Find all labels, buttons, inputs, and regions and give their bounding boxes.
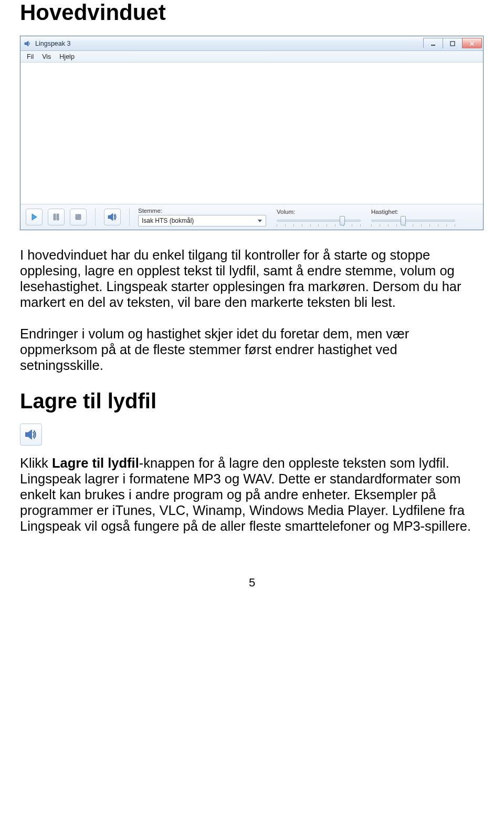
speaker-icon <box>24 39 32 48</box>
svg-rect-4 <box>54 214 56 220</box>
svg-rect-2 <box>450 42 455 46</box>
voice-label: Stemme: <box>138 208 266 214</box>
pause-button[interactable] <box>48 209 65 225</box>
save-audio-icon <box>20 424 42 446</box>
speed-label: Hastighet: <box>371 209 455 215</box>
voice-selected-value: Isak HTS (bokmål) <box>142 217 194 224</box>
bottom-toolbar: Stemme: Isak HTS (bokmål) Volum: Hastigh <box>20 204 483 230</box>
svg-marker-9 <box>26 429 32 439</box>
svg-marker-7 <box>108 213 113 221</box>
text-area[interactable] <box>20 63 483 204</box>
bold-text: Lagre til lydfil <box>52 456 139 470</box>
paragraph: I hovedvinduet har du enkel tilgang til … <box>20 247 484 310</box>
menu-vis[interactable]: Vis <box>38 52 55 61</box>
toolbar-separator <box>95 208 96 226</box>
svg-marker-3 <box>32 214 37 220</box>
volume-slider-thumb[interactable] <box>340 216 345 225</box>
menu-fil[interactable]: Fil <box>23 52 38 61</box>
menu-hjelp[interactable]: Hjelp <box>55 52 79 61</box>
page-title: Hovedvinduet <box>20 0 484 25</box>
svg-marker-8 <box>258 220 262 222</box>
stop-button[interactable] <box>70 209 87 225</box>
window-controls <box>424 38 482 48</box>
voice-block: Stemme: Isak HTS (bokmål) <box>138 208 266 226</box>
svg-rect-5 <box>57 214 59 220</box>
section-heading: Lagre til lydfil <box>20 389 484 413</box>
volume-slider[interactable] <box>277 216 361 225</box>
menubar: Fil Vis Hjelp <box>20 51 483 63</box>
volume-label: Volum: <box>277 209 361 215</box>
titlebar: Lingspeak 3 <box>20 36 483 51</box>
svg-rect-6 <box>76 214 81 220</box>
minimize-button[interactable] <box>423 38 443 48</box>
window-title: Lingspeak 3 <box>35 40 424 47</box>
play-button[interactable] <box>26 209 43 225</box>
speed-block: Hastighet: <box>371 209 455 225</box>
chevron-down-icon <box>256 218 264 223</box>
toolbar-separator <box>129 208 130 226</box>
svg-marker-0 <box>25 41 28 46</box>
save-audio-button[interactable] <box>104 209 121 225</box>
app-window: Lingspeak 3 Fil Vis Hjelp <box>20 36 484 230</box>
volume-block: Volum: <box>277 209 361 225</box>
paragraph: Endringer i volum og hastighet skjer ide… <box>20 326 484 373</box>
svg-rect-1 <box>431 45 435 46</box>
text-run: Klikk <box>20 456 52 470</box>
paragraph: Klikk Lagre til lydfil-knappen for å lag… <box>20 455 484 534</box>
speed-slider-thumb[interactable] <box>401 216 406 225</box>
close-button[interactable] <box>462 38 482 48</box>
maximize-button[interactable] <box>443 38 463 48</box>
voice-select[interactable]: Isak HTS (bokmål) <box>138 215 266 226</box>
speed-slider[interactable] <box>371 216 455 225</box>
page-number: 5 <box>20 576 484 590</box>
